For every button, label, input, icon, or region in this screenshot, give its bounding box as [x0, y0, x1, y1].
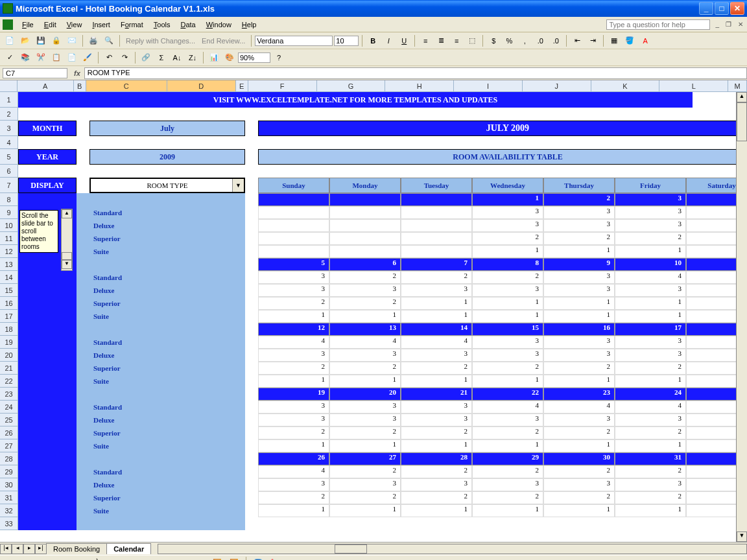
- availability-cell[interactable]: 2: [329, 465, 401, 478]
- availability-cell[interactable]: 3: [543, 271, 615, 284]
- row-header[interactable]: 15: [0, 284, 18, 297]
- cut-icon[interactable]: ✂️: [34, 51, 48, 65]
- row-header[interactable]: 31: [0, 491, 18, 504]
- availability-cell[interactable]: 2: [615, 362, 686, 375]
- availability-cell[interactable]: 2: [615, 426, 686, 439]
- row-header[interactable]: 14: [0, 271, 18, 284]
- availability-cell[interactable]: 3: [329, 478, 401, 491]
- zoom-selector[interactable]: [238, 52, 270, 63]
- row-header[interactable]: 7: [0, 178, 18, 193]
- arrow-icon[interactable]: ↘: [109, 555, 123, 560]
- increase-decimal-icon[interactable]: .0: [533, 34, 547, 48]
- availability-cell[interactable]: 2: [472, 491, 543, 504]
- col-header[interactable]: J: [523, 80, 591, 91]
- availability-cell[interactable]: 1: [543, 245, 615, 258]
- availability-cell[interactable]: 3: [329, 349, 401, 362]
- col-header[interactable]: G: [317, 80, 386, 91]
- col-header[interactable]: I: [454, 80, 523, 91]
- oval-icon[interactable]: ○: [143, 555, 157, 560]
- availability-cell[interactable]: 3: [615, 414, 686, 426]
- undo-icon[interactable]: ↶: [102, 51, 116, 65]
- availability-cell[interactable]: 2: [543, 426, 615, 439]
- availability-cell[interactable]: [329, 219, 401, 232]
- clipart-icon[interactable]: 🖼️: [210, 555, 224, 560]
- menu-view[interactable]: View: [62, 19, 88, 30]
- align-right-icon[interactable]: ≡: [449, 34, 464, 48]
- col-header[interactable]: C: [86, 80, 167, 91]
- row-header[interactable]: 11: [0, 232, 18, 245]
- row-header[interactable]: 16: [0, 297, 18, 310]
- availability-cell[interactable]: 3: [258, 284, 329, 297]
- tab-nav-first-icon[interactable]: |◂: [0, 544, 12, 554]
- textbox-icon[interactable]: A: [160, 555, 174, 560]
- sheet-tab-room-booking[interactable]: Room Booking: [46, 543, 107, 554]
- formula-input[interactable]: ROOM TYPE: [84, 67, 747, 79]
- availability-cell[interactable]: 1: [329, 310, 401, 323]
- availability-cell[interactable]: 4: [401, 336, 472, 349]
- availability-cell[interactable]: [329, 245, 401, 258]
- availability-cell[interactable]: 2: [472, 465, 543, 478]
- percent-icon[interactable]: %: [502, 34, 516, 48]
- availability-cell[interactable]: 2: [329, 491, 401, 504]
- col-header[interactable]: D: [167, 80, 236, 91]
- availability-cell[interactable]: 3: [258, 478, 329, 491]
- availability-cell[interactable]: 3: [543, 219, 615, 232]
- font-color-draw-icon[interactable]: A: [285, 555, 299, 560]
- availability-cell[interactable]: 1: [258, 310, 329, 323]
- sort-desc-icon[interactable]: Z↓: [185, 51, 200, 65]
- availability-cell[interactable]: 1: [258, 375, 329, 388]
- availability-cell[interactable]: 3: [543, 349, 615, 362]
- scroll-down-icon[interactable]: ▼: [737, 531, 747, 542]
- availability-cell[interactable]: 4: [615, 271, 686, 284]
- picture-icon[interactable]: 🖼️: [227, 555, 241, 560]
- availability-cell[interactable]: 3: [615, 284, 686, 297]
- availability-cell[interactable]: 1: [543, 310, 615, 323]
- col-header[interactable]: F: [248, 80, 317, 91]
- spelling-icon[interactable]: ✓: [3, 51, 17, 65]
- borders-icon[interactable]: ▦: [607, 34, 621, 48]
- help-search-input[interactable]: [606, 19, 710, 30]
- dash-style-icon[interactable]: ┅: [318, 555, 333, 560]
- tab-nav-prev-icon[interactable]: ◂: [12, 544, 23, 554]
- availability-cell[interactable]: 3: [258, 349, 329, 362]
- availability-cell[interactable]: 2: [258, 362, 329, 375]
- scroll-thumb[interactable]: [62, 252, 72, 260]
- menu-edit[interactable]: Edit: [39, 19, 62, 30]
- availability-cell[interactable]: 1: [258, 504, 329, 517]
- fill-color-icon[interactable]: 🪣: [622, 34, 637, 48]
- row-header[interactable]: 9: [0, 206, 18, 219]
- line-icon[interactable]: ╲: [92, 555, 106, 560]
- availability-cell[interactable]: 3: [472, 349, 543, 362]
- year-value[interactable]: 2009: [89, 149, 245, 165]
- select-objects-icon[interactable]: ↖: [28, 555, 42, 560]
- permission-icon[interactable]: 🔒: [49, 34, 64, 48]
- col-header[interactable]: E: [236, 80, 248, 91]
- currency-icon[interactable]: $: [486, 34, 501, 48]
- availability-cell[interactable]: 3: [401, 478, 472, 491]
- availability-cell[interactable]: 4: [258, 336, 329, 349]
- menu-insert[interactable]: Insert: [87, 19, 115, 30]
- fill-color-draw-icon[interactable]: 🪣: [251, 555, 265, 560]
- availability-cell[interactable]: [401, 219, 472, 232]
- availability-cell[interactable]: 1: [615, 504, 686, 517]
- availability-cell[interactable]: 3: [615, 206, 686, 219]
- mail-icon[interactable]: ✉️: [65, 34, 79, 48]
- name-box[interactable]: [3, 68, 67, 78]
- row-header[interactable]: 5: [0, 149, 18, 165]
- tab-nav-next-icon[interactable]: ▸: [23, 544, 35, 554]
- row-header[interactable]: 28: [0, 452, 18, 465]
- availability-cell[interactable]: 3: [543, 206, 615, 219]
- chevron-down-icon[interactable]: ▼: [232, 179, 244, 192]
- availability-cell[interactable]: [258, 206, 329, 219]
- scroll-thumb[interactable]: [737, 102, 747, 141]
- row-header[interactable]: 2: [0, 108, 18, 121]
- menu-format[interactable]: Format: [115, 19, 148, 30]
- row-header[interactable]: 23: [0, 388, 18, 401]
- col-header[interactable]: K: [591, 80, 660, 91]
- availability-cell[interactable]: 3: [401, 284, 472, 297]
- hscroll-thumb[interactable]: [335, 544, 367, 554]
- menu-file[interactable]: File: [17, 19, 39, 30]
- availability-cell[interactable]: 3: [543, 414, 615, 426]
- line-style-icon[interactable]: ≡: [302, 555, 316, 560]
- redo-icon[interactable]: ↷: [117, 51, 132, 65]
